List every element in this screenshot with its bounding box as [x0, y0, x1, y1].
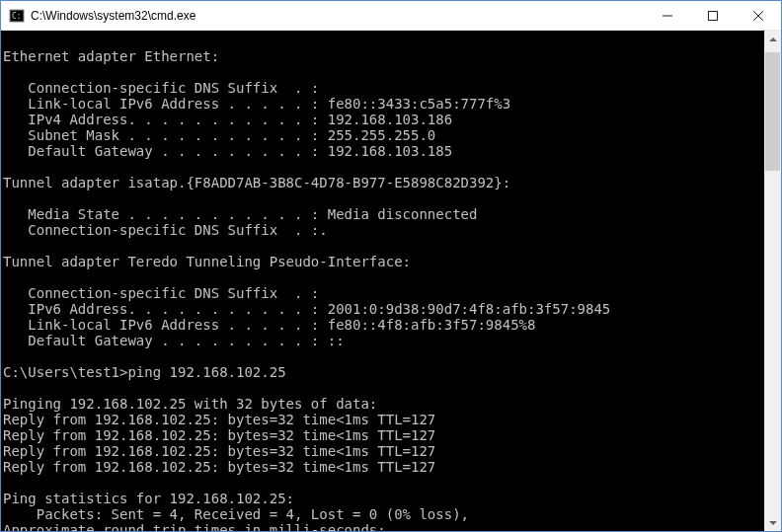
- terminal-line: [3, 238, 764, 254]
- svg-rect-3: [709, 11, 718, 20]
- terminal-line: Default Gateway . . . . . . . . . : ::: [3, 333, 764, 348]
- terminal-line: [3, 380, 764, 396]
- svg-marker-6: [769, 38, 777, 41]
- terminal-line: Pinging 192.168.102.25 with 32 bytes of …: [3, 396, 764, 412]
- scroll-up-button[interactable]: [764, 31, 781, 47]
- terminal-line: Tunnel adapter Teredo Tunneling Pseudo-I…: [3, 254, 764, 269]
- terminal-line: [3, 159, 764, 175]
- terminal-line: IPv4 Address. . . . . . . . . . . : 192.…: [3, 112, 764, 127]
- svg-marker-7: [769, 521, 777, 525]
- scroll-thumb[interactable]: [765, 52, 780, 171]
- terminal-line: [3, 190, 764, 206]
- terminal-line: Subnet Mask . . . . . . . . . . . : 255.…: [3, 127, 764, 143]
- maximize-button[interactable]: [690, 1, 736, 30]
- terminal-line: [3, 348, 764, 364]
- terminal-line: Reply from 192.168.102.25: bytes=32 time…: [3, 459, 764, 475]
- terminal-line: [3, 64, 764, 80]
- terminal-line: Approximate round trip times in milli-se…: [3, 522, 764, 531]
- terminal-line: [3, 475, 764, 491]
- close-button[interactable]: [736, 1, 781, 30]
- terminal-line: [3, 33, 764, 48]
- terminal-line: Ethernet adapter Ethernet:: [3, 48, 764, 64]
- terminal-line: IPv6 Address. . . . . . . . . . . : 2001…: [3, 301, 764, 317]
- terminal-line: Reply from 192.168.102.25: bytes=32 time…: [3, 412, 764, 427]
- terminal-line: Link-local IPv6 Address . . . . . : fe80…: [3, 317, 764, 333]
- terminal-line: Reply from 192.168.102.25: bytes=32 time…: [3, 427, 764, 443]
- cmd-icon: C:: [9, 8, 25, 24]
- terminal-output[interactable]: Ethernet adapter Ethernet: Connection-sp…: [1, 31, 764, 531]
- vertical-scrollbar[interactable]: [764, 31, 781, 531]
- window-controls: [645, 1, 781, 30]
- terminal-line: Reply from 192.168.102.25: bytes=32 time…: [3, 443, 764, 459]
- window-title: C:\Windows\system32\cmd.exe: [31, 9, 645, 23]
- terminal-line: Link-local IPv6 Address . . . . . : fe80…: [3, 96, 764, 112]
- scroll-down-button[interactable]: [764, 514, 781, 531]
- terminal-line: Ping statistics for 192.168.102.25:: [3, 491, 764, 506]
- terminal-line: Connection-specific DNS Suffix . :.: [3, 222, 764, 238]
- terminal-line: Packets: Sent = 4, Received = 4, Lost = …: [3, 506, 764, 522]
- terminal-line: [3, 269, 764, 285]
- client-area: Ethernet adapter Ethernet: Connection-sp…: [1, 31, 781, 531]
- cmd-window: C: C:\Windows\system32\cmd.exe Ethernet …: [0, 0, 782, 532]
- terminal-line: C:\Users\test1>ping 192.168.102.25: [3, 364, 764, 380]
- terminal-line: Connection-specific DNS Suffix . :: [3, 285, 764, 301]
- minimize-button[interactable]: [645, 1, 690, 30]
- svg-text:C:: C:: [12, 12, 22, 21]
- terminal-line: Tunnel adapter isatap.{F8ADD7AB-3B8C-4D7…: [3, 175, 764, 190]
- terminal-line: Media State . . . . . . . . . . . : Medi…: [3, 206, 764, 222]
- terminal-line: Default Gateway . . . . . . . . . : 192.…: [3, 143, 764, 159]
- titlebar[interactable]: C: C:\Windows\system32\cmd.exe: [1, 1, 781, 31]
- terminal-line: Connection-specific DNS Suffix . :: [3, 80, 764, 96]
